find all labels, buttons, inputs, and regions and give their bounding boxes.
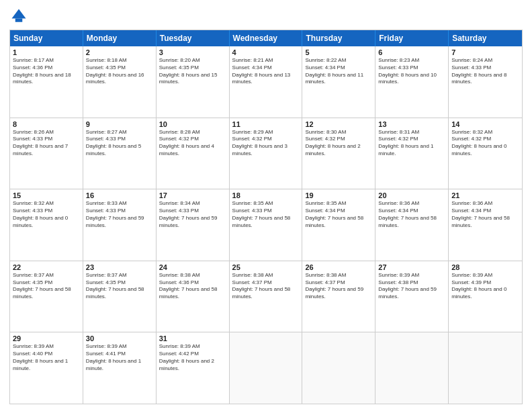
- day-number: 10: [159, 120, 226, 128]
- calendar-cell: 6Sunrise: 8:23 AMSunset: 4:33 PMDaylight…: [375, 46, 449, 118]
- calendar-cell: 5Sunrise: 8:22 AMSunset: 4:34 PMDaylight…: [302, 46, 375, 118]
- calendar-cell: [230, 332, 303, 404]
- day-number: 1: [13, 48, 80, 56]
- cell-info: Sunrise: 8:22 AMSunset: 4:34 PMDaylight:…: [305, 57, 372, 86]
- calendar-cell: 21Sunrise: 8:36 AMSunset: 4:34 PMDayligh…: [449, 189, 522, 261]
- cell-info: Sunrise: 8:20 AMSunset: 4:35 PMDaylight:…: [159, 57, 226, 86]
- calendar-cell: 27Sunrise: 8:39 AMSunset: 4:38 PMDayligh…: [375, 261, 449, 332]
- calendar-cell: 18Sunrise: 8:35 AMSunset: 4:33 PMDayligh…: [230, 189, 303, 261]
- cell-info: Sunrise: 8:30 AMSunset: 4:32 PMDaylight:…: [305, 129, 372, 158]
- day-number: 31: [159, 334, 226, 342]
- day-number: 4: [232, 48, 300, 56]
- calendar-cell: 12Sunrise: 8:30 AMSunset: 4:32 PMDayligh…: [302, 118, 375, 189]
- cell-info: Sunrise: 8:39 AMSunset: 4:38 PMDaylight:…: [378, 272, 445, 301]
- calendar-cell: 11Sunrise: 8:29 AMSunset: 4:32 PMDayligh…: [230, 118, 303, 189]
- day-header-sunday: Sunday: [10, 30, 83, 46]
- calendar-cell: 16Sunrise: 8:33 AMSunset: 4:33 PMDayligh…: [83, 189, 157, 261]
- day-number: 20: [378, 191, 445, 199]
- day-header-friday: Friday: [375, 30, 449, 46]
- day-header-wednesday: Wednesday: [230, 30, 303, 46]
- cell-info: Sunrise: 8:23 AMSunset: 4:33 PMDaylight:…: [378, 57, 445, 86]
- calendar-cell: 20Sunrise: 8:36 AMSunset: 4:34 PMDayligh…: [375, 189, 449, 261]
- cell-info: Sunrise: 8:34 AMSunset: 4:33 PMDaylight:…: [159, 200, 226, 229]
- day-header-tuesday: Tuesday: [157, 30, 230, 46]
- cell-info: Sunrise: 8:28 AMSunset: 4:32 PMDaylight:…: [159, 129, 226, 158]
- cell-info: Sunrise: 8:21 AMSunset: 4:34 PMDaylight:…: [232, 57, 300, 86]
- cell-info: Sunrise: 8:32 AMSunset: 4:32 PMDaylight:…: [451, 129, 519, 158]
- cell-info: Sunrise: 8:38 AMSunset: 4:36 PMDaylight:…: [159, 272, 226, 301]
- cell-info: Sunrise: 8:27 AMSunset: 4:33 PMDaylight:…: [86, 129, 153, 158]
- day-header-monday: Monday: [83, 30, 157, 46]
- day-number: 24: [159, 263, 226, 271]
- calendar-cell: 17Sunrise: 8:34 AMSunset: 4:33 PMDayligh…: [157, 189, 230, 261]
- cell-info: Sunrise: 8:37 AMSunset: 4:35 PMDaylight:…: [13, 272, 80, 301]
- day-number: 13: [378, 120, 445, 128]
- calendar: SundayMondayTuesdayWednesdayThursdayFrid…: [9, 30, 523, 404]
- calendar-row-1: 1Sunrise: 8:17 AMSunset: 4:36 PMDaylight…: [10, 46, 522, 118]
- cell-info: Sunrise: 8:36 AMSunset: 4:34 PMDaylight:…: [451, 200, 519, 229]
- cell-info: Sunrise: 8:39 AMSunset: 4:41 PMDaylight:…: [86, 343, 153, 372]
- calendar-cell: [302, 332, 375, 404]
- cell-info: Sunrise: 8:36 AMSunset: 4:34 PMDaylight:…: [378, 200, 445, 229]
- calendar-cell: [375, 332, 449, 404]
- calendar-cell: 7Sunrise: 8:24 AMSunset: 4:33 PMDaylight…: [449, 46, 522, 118]
- calendar-body: 1Sunrise: 8:17 AMSunset: 4:36 PMDaylight…: [10, 46, 522, 404]
- calendar-cell: 26Sunrise: 8:38 AMSunset: 4:37 PMDayligh…: [302, 261, 375, 332]
- cell-info: Sunrise: 8:18 AMSunset: 4:35 PMDaylight:…: [86, 57, 153, 86]
- day-number: 3: [159, 48, 226, 56]
- calendar-cell: 25Sunrise: 8:38 AMSunset: 4:37 PMDayligh…: [230, 261, 303, 332]
- page: SundayMondayTuesdayWednesdayThursdayFrid…: [0, 0, 532, 411]
- day-number: 29: [13, 334, 80, 342]
- day-number: 26: [305, 263, 372, 271]
- cell-info: Sunrise: 8:35 AMSunset: 4:34 PMDaylight:…: [305, 200, 372, 229]
- day-number: 14: [451, 120, 519, 128]
- cell-info: Sunrise: 8:33 AMSunset: 4:33 PMDaylight:…: [86, 200, 153, 229]
- cell-info: Sunrise: 8:29 AMSunset: 4:32 PMDaylight:…: [232, 129, 300, 158]
- calendar-row-3: 15Sunrise: 8:32 AMSunset: 4:33 PMDayligh…: [10, 189, 522, 261]
- calendar-cell: 28Sunrise: 8:39 AMSunset: 4:39 PMDayligh…: [449, 261, 522, 332]
- cell-info: Sunrise: 8:38 AMSunset: 4:37 PMDaylight:…: [232, 272, 300, 301]
- day-number: 11: [232, 120, 300, 128]
- calendar-cell: 9Sunrise: 8:27 AMSunset: 4:33 PMDaylight…: [83, 118, 157, 189]
- calendar-cell: [449, 332, 522, 404]
- calendar-row-4: 22Sunrise: 8:37 AMSunset: 4:35 PMDayligh…: [10, 261, 522, 332]
- day-number: 19: [305, 191, 372, 199]
- calendar-cell: 19Sunrise: 8:35 AMSunset: 4:34 PMDayligh…: [302, 189, 375, 261]
- header: [9, 7, 523, 26]
- calendar-cell: 14Sunrise: 8:32 AMSunset: 4:32 PMDayligh…: [449, 118, 522, 189]
- cell-info: Sunrise: 8:17 AMSunset: 4:36 PMDaylight:…: [13, 57, 80, 86]
- cell-info: Sunrise: 8:24 AMSunset: 4:33 PMDaylight:…: [451, 57, 519, 86]
- day-number: 18: [232, 191, 300, 199]
- day-number: 22: [13, 263, 80, 271]
- calendar-cell: 30Sunrise: 8:39 AMSunset: 4:41 PMDayligh…: [83, 332, 157, 404]
- day-header-saturday: Saturday: [449, 30, 522, 46]
- day-number: 16: [86, 191, 153, 199]
- svg-marker-0: [12, 9, 26, 19]
- day-number: 15: [13, 191, 80, 199]
- cell-info: Sunrise: 8:37 AMSunset: 4:35 PMDaylight:…: [86, 272, 153, 301]
- calendar-cell: 29Sunrise: 8:39 AMSunset: 4:40 PMDayligh…: [10, 332, 83, 404]
- calendar-cell: 22Sunrise: 8:37 AMSunset: 4:35 PMDayligh…: [10, 261, 83, 332]
- calendar-cell: 24Sunrise: 8:38 AMSunset: 4:36 PMDayligh…: [157, 261, 230, 332]
- calendar-cell: 8Sunrise: 8:26 AMSunset: 4:33 PMDaylight…: [10, 118, 83, 189]
- calendar-cell: 2Sunrise: 8:18 AMSunset: 4:35 PMDaylight…: [83, 46, 157, 118]
- svg-rect-1: [15, 19, 23, 22]
- cell-info: Sunrise: 8:39 AMSunset: 4:42 PMDaylight:…: [159, 343, 226, 372]
- calendar-row-5: 29Sunrise: 8:39 AMSunset: 4:40 PMDayligh…: [10, 332, 522, 404]
- calendar-cell: 15Sunrise: 8:32 AMSunset: 4:33 PMDayligh…: [10, 189, 83, 261]
- day-number: 6: [378, 48, 445, 56]
- logo: [9, 7, 31, 26]
- calendar-cell: 4Sunrise: 8:21 AMSunset: 4:34 PMDaylight…: [230, 46, 303, 118]
- logo-icon: [9, 7, 28, 26]
- day-number: 27: [378, 263, 445, 271]
- cell-info: Sunrise: 8:39 AMSunset: 4:39 PMDaylight:…: [451, 272, 519, 301]
- day-number: 21: [451, 191, 519, 199]
- cell-info: Sunrise: 8:32 AMSunset: 4:33 PMDaylight:…: [13, 200, 80, 229]
- calendar-cell: 10Sunrise: 8:28 AMSunset: 4:32 PMDayligh…: [157, 118, 230, 189]
- calendar-cell: 13Sunrise: 8:31 AMSunset: 4:32 PMDayligh…: [375, 118, 449, 189]
- cell-info: Sunrise: 8:35 AMSunset: 4:33 PMDaylight:…: [232, 200, 300, 229]
- day-number: 28: [451, 263, 519, 271]
- day-header-thursday: Thursday: [302, 30, 375, 46]
- day-number: 5: [305, 48, 372, 56]
- cell-info: Sunrise: 8:38 AMSunset: 4:37 PMDaylight:…: [305, 272, 372, 301]
